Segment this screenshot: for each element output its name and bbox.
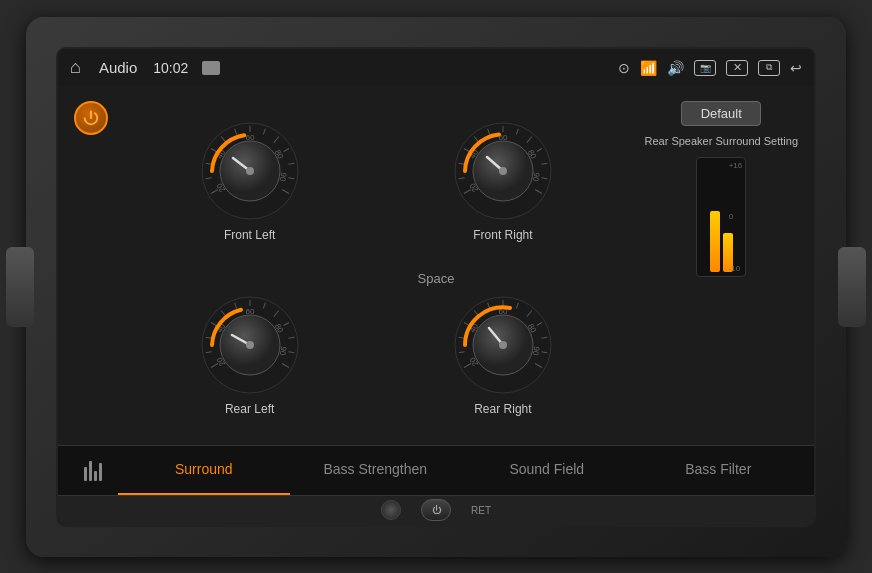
wifi-icon: 📶 [640, 60, 657, 76]
knob-rear-right[interactable]: 20 40 60 80 90 [381, 271, 624, 435]
knob-front-right[interactable]: 20 40 60 80 90 [381, 97, 624, 261]
svg-point-45 [499, 167, 507, 175]
tab-bar: Surround Bass Strengthen Sound Field Bas… [58, 445, 814, 495]
clock: 10:02 [153, 60, 188, 76]
app-title: Audio [99, 59, 137, 76]
svg-point-23 [246, 167, 254, 175]
rear-left-label: Rear Left [225, 402, 274, 416]
tab-bass-filter[interactable]: Bass Filter [633, 446, 805, 495]
screen-bezel: ⌂ Audio 10:02 ⊙ 📶 🔊 📷 ✕ ⧉ ↩ [56, 47, 816, 527]
volume-icon: 🔊 [667, 60, 684, 76]
knob-rear-left[interactable]: 20 40 60 80 90 [128, 271, 371, 435]
status-bar: ⌂ Audio 10:02 ⊙ 📶 🔊 📷 ✕ ⧉ ↩ [58, 49, 814, 87]
close-icon: ✕ [726, 60, 748, 76]
svg-point-89 [499, 341, 507, 349]
knobs-grid: 20 40 60 80 90 [118, 97, 635, 435]
eq-level-top: +16 [729, 161, 743, 170]
right-panel: Default Rear Speaker Surround Setting +1… [645, 97, 798, 435]
main-content: 20 40 60 80 90 [58, 87, 814, 495]
power-button-hw[interactable]: ⏻ [421, 499, 451, 521]
home-icon[interactable]: ⌂ [70, 57, 81, 78]
front-right-label: Front Right [473, 228, 532, 242]
tab-equalizer-icon[interactable] [68, 446, 118, 495]
eq-level-low: -10 [729, 264, 743, 273]
status-icons: ⊙ 📶 🔊 📷 ✕ ⧉ ↩ [618, 60, 802, 76]
car-head-unit: ⌂ Audio 10:02 ⊙ 📶 🔊 📷 ✕ ⧉ ↩ [26, 17, 846, 557]
audio-area: 20 40 60 80 90 [58, 87, 814, 445]
equalizer-lines-icon [84, 459, 102, 481]
rear-right-label: Rear Right [474, 402, 531, 416]
image-icon [202, 61, 220, 75]
camera-icon: 📷 [694, 60, 716, 76]
power-button[interactable] [74, 101, 108, 135]
mount-bracket-left [6, 247, 34, 327]
svg-point-67 [246, 341, 254, 349]
location-icon: ⊙ [618, 60, 630, 76]
window-icon: ⧉ [758, 60, 780, 76]
default-button[interactable]: Default [681, 101, 761, 126]
back-icon[interactable]: ↩ [790, 60, 802, 76]
ret-label[interactable]: RET [471, 505, 491, 516]
tab-bass-strengthen[interactable]: Bass Strengthen [290, 446, 462, 495]
front-left-label: Front Left [224, 228, 275, 242]
rear-speaker-label: Rear Speaker Surround Setting [645, 134, 798, 149]
eq-meter: +16 0 -10 [696, 157, 746, 277]
mic-button[interactable] [381, 500, 401, 520]
knob-front-left[interactable]: 20 40 60 80 90 [128, 97, 371, 261]
mount-bracket-right [838, 247, 866, 327]
hardware-bottom: ⏻ RET [58, 495, 814, 525]
tab-sound-field[interactable]: Sound Field [461, 446, 633, 495]
tab-surround[interactable]: Surround [118, 446, 290, 495]
left-panel [74, 97, 108, 435]
eq-level-mid: 0 [729, 212, 743, 221]
